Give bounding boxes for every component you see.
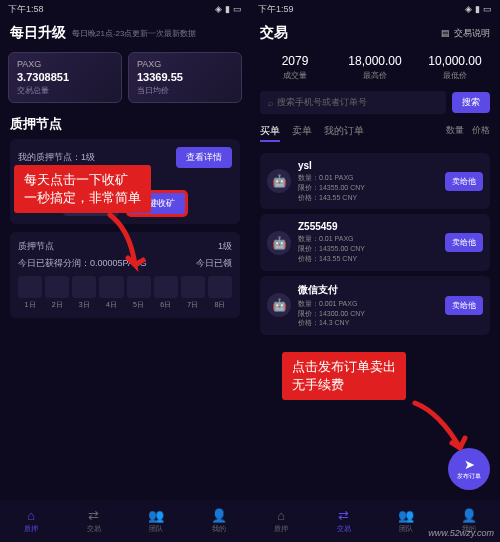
today-dividend: 当前日分润：0.00005PAXG: [18, 172, 129, 185]
card-label: 当日均价: [137, 85, 233, 96]
watermark: www.52wzy.com: [428, 528, 494, 538]
nodes-card-level: 1级: [218, 240, 232, 253]
volume-card: PAXG 3.7308851 交易总量: [8, 52, 122, 103]
day-box[interactable]: [208, 276, 232, 298]
search-placeholder: 搜索手机号或者订单号: [277, 96, 367, 109]
battery-icon: ▭: [483, 4, 492, 14]
bottom-nav: ⌂质押 ⇄交易 👥团队 👤我的: [0, 500, 250, 542]
sort-price[interactable]: 价格: [472, 124, 490, 142]
nav-pledge[interactable]: ⌂质押: [0, 500, 63, 542]
order-tabs: 买单 卖单 我的订单 数量 价格: [250, 118, 500, 148]
explain-link[interactable]: 交易说明: [454, 27, 490, 40]
tab-my[interactable]: 我的订单: [324, 124, 364, 142]
arrow-icon: [100, 210, 160, 290]
status-bar: 下午1:58 ◈ ▮ ▭: [0, 0, 250, 18]
page-title: 每日升级: [10, 24, 66, 42]
card-value: 3.7308851: [17, 71, 113, 83]
trade-stats: 2079成交量 18,000.00最高价 10,000.00最低价: [250, 48, 500, 87]
nodes-card-title: 质押节点: [18, 240, 54, 253]
claimed-label: 今日已领: [196, 257, 232, 270]
nav-team[interactable]: 👥团队: [125, 500, 188, 542]
header: 交易 ▤ 交易说明: [250, 18, 500, 48]
status-time: 下午1:59: [258, 3, 294, 16]
search-icon: ⌕: [268, 98, 273, 108]
order-item[interactable]: 🤖 Z555459 数量：0.01 PAXG 限价：14355.00 CNY 价…: [260, 214, 490, 270]
sell-button[interactable]: 卖给他: [445, 296, 483, 315]
order-name: ysl: [298, 160, 438, 171]
trade-icon: ⇄: [88, 508, 99, 523]
detail-button[interactable]: 查看详情: [176, 147, 232, 168]
team-icon: 👥: [398, 508, 414, 523]
order-item[interactable]: 🤖 微信支付 数量：0.001 PAXG 限价：14300.00 CNY 价格：…: [260, 276, 490, 335]
order-name: Z555459: [298, 221, 438, 232]
page-title: 交易: [260, 24, 288, 42]
battery-icon: ▭: [233, 4, 242, 14]
volume-value: 2079: [260, 54, 330, 68]
nav-trade[interactable]: ⇄交易: [63, 500, 126, 542]
tab-sell[interactable]: 卖单: [292, 124, 312, 142]
signal-icon: ▮: [475, 4, 480, 14]
wifi-icon: ◈: [215, 4, 222, 14]
avatar: 🤖: [267, 293, 291, 317]
order-name: 微信支付: [298, 283, 438, 297]
page-subtitle: 每日晚21点-23点更新一次最新数据: [72, 28, 196, 39]
price-card: PAXG 13369.55 当日均价: [128, 52, 242, 103]
avatar: 🤖: [267, 231, 291, 255]
status-time: 下午1:58: [8, 3, 44, 16]
signal-icon: ▮: [225, 4, 230, 14]
search-button[interactable]: 搜索: [452, 92, 490, 113]
high-value: 18,000.00: [340, 54, 410, 68]
tab-buy[interactable]: 买单: [260, 124, 280, 142]
sort-qty[interactable]: 数量: [446, 124, 464, 142]
home-icon: ⌂: [27, 508, 35, 523]
status-bar: 下午1:59 ◈ ▮ ▭: [250, 0, 500, 18]
header: 每日升级 每日晚21点-23点更新一次最新数据: [0, 18, 250, 48]
card-label: 交易总量: [17, 85, 113, 96]
user-icon: 👤: [461, 508, 477, 523]
day-box[interactable]: [72, 276, 96, 298]
team-icon: 👥: [148, 508, 164, 523]
home-icon: ⌂: [277, 508, 285, 523]
arrow-icon: [410, 398, 480, 468]
card-symbol: PAXG: [137, 59, 233, 69]
search-input[interactable]: ⌕ 搜索手机号或者订单号: [260, 91, 446, 114]
low-value: 10,000.00: [420, 54, 490, 68]
trade-icon: ⇄: [338, 508, 349, 523]
my-node-label: 我的质押节点：1级: [18, 151, 95, 164]
pledge-title: 质押节点: [10, 115, 240, 133]
user-icon: 👤: [211, 508, 227, 523]
sell-button[interactable]: 卖给他: [445, 172, 483, 191]
status-icons: ◈ ▮ ▭: [215, 4, 242, 14]
day-box[interactable]: [45, 276, 69, 298]
doc-icon: ▤: [441, 28, 450, 38]
order-item[interactable]: 🤖 ysl 数量：0.01 PAXG 限价：14355.00 CNY 价格：14…: [260, 153, 490, 209]
wifi-icon: ◈: [465, 4, 472, 14]
nav-me[interactable]: 👤我的: [188, 500, 251, 542]
day-box[interactable]: [181, 276, 205, 298]
nav-pledge[interactable]: ⌂质押: [250, 500, 313, 542]
card-value: 13369.55: [137, 71, 233, 83]
avatar: 🤖: [267, 169, 291, 193]
card-symbol: PAXG: [17, 59, 113, 69]
sell-button[interactable]: 卖给他: [445, 233, 483, 252]
status-icons: ◈ ▮ ▭: [465, 4, 492, 14]
nav-trade[interactable]: ⇄交易: [313, 500, 376, 542]
day-box[interactable]: [18, 276, 42, 298]
